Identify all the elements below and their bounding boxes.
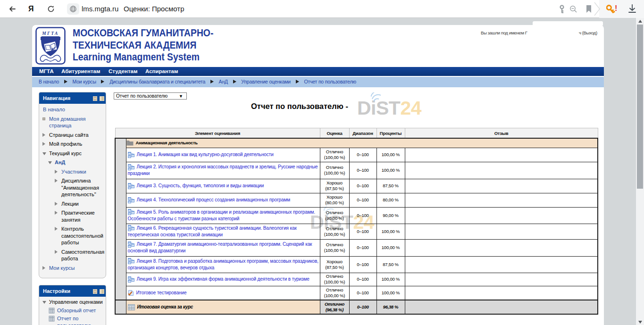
svg-text:МГТА: МГТА	[42, 31, 59, 36]
svg-text:!: !	[615, 4, 617, 12]
